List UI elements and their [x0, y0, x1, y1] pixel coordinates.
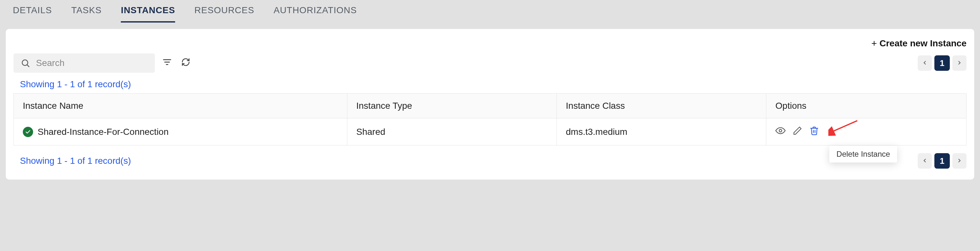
records-text-top: Showing 1 - 1 of 1 record(s) [20, 79, 967, 90]
delete-button[interactable]: Delete Instance [810, 126, 819, 138]
records-text-bottom: Showing 1 - 1 of 1 record(s) [20, 156, 131, 166]
col-instance-class: Instance Class [557, 94, 766, 118]
plus-icon: + [872, 38, 877, 49]
chevron-right-icon [956, 59, 963, 67]
cell-instance-type: Shared [347, 118, 557, 145]
pager-prev-bottom[interactable] [918, 153, 932, 169]
tab-authorizations[interactable]: AUTHORIZATIONS [274, 1, 356, 22]
search-icon [21, 58, 30, 68]
trash-icon [810, 126, 819, 138]
edit-button[interactable] [793, 126, 802, 138]
chevron-left-icon [922, 59, 928, 67]
svg-line-7 [832, 121, 857, 132]
col-options: Options [766, 94, 967, 118]
option-icons: Delete Instance [775, 126, 957, 138]
chevron-left-icon [922, 157, 928, 165]
cell-instance-class: dms.t3.medium [557, 118, 766, 145]
tabs-bar: DETAILS TASKS INSTANCES RESOURCES AUTHOR… [0, 0, 980, 22]
controls-row: 1 [13, 53, 967, 73]
cell-instance-name: Shared-Instance-For-Connection [14, 118, 347, 145]
col-instance-name: Instance Name [14, 94, 347, 118]
eye-icon [775, 126, 786, 138]
footer-row: Showing 1 - 1 of 1 record(s) 1 [13, 152, 967, 170]
annotation-arrow [828, 119, 861, 141]
pager-prev-top[interactable] [918, 55, 932, 71]
search-box[interactable] [13, 53, 155, 73]
create-new-instance-button[interactable]: + Create new Instance [872, 38, 967, 49]
svg-line-1 [27, 65, 29, 67]
tab-tasks[interactable]: TASKS [71, 1, 102, 22]
delete-tooltip: Delete Instance [829, 146, 897, 163]
tab-details[interactable]: DETAILS [13, 1, 52, 22]
tab-resources[interactable]: RESOURCES [194, 1, 254, 22]
create-row: + Create new Instance [13, 38, 967, 49]
controls-left [13, 53, 192, 73]
cell-options: Delete Instance [766, 118, 967, 145]
chevron-right-icon [956, 157, 963, 165]
table-row: Shared-Instance-For-Connection Shared dm… [14, 118, 967, 145]
refresh-icon [181, 58, 190, 69]
pager-page-1-bottom[interactable]: 1 [934, 153, 950, 169]
status-ok-icon [23, 127, 33, 137]
pager-next-top[interactable] [952, 55, 967, 71]
instance-name-text: Shared-Instance-For-Connection [38, 127, 169, 137]
tab-instances[interactable]: INSTANCES [121, 1, 175, 22]
pager-next-bottom[interactable] [952, 153, 967, 169]
pencil-icon [793, 126, 802, 138]
svg-point-5 [779, 129, 782, 132]
filter-button[interactable] [161, 57, 173, 69]
view-button[interactable] [775, 126, 786, 138]
create-new-instance-label: Create new Instance [880, 38, 967, 49]
refresh-button[interactable] [179, 57, 192, 69]
pager-bottom: 1 [918, 153, 967, 169]
filter-icon [162, 57, 172, 69]
pager-top: 1 [918, 55, 967, 71]
search-input[interactable] [36, 58, 151, 68]
instances-panel: + Create new Instance [6, 29, 974, 179]
instances-table: Instance Name Instance Type Instance Cla… [13, 93, 967, 145]
table-header-row: Instance Name Instance Type Instance Cla… [14, 94, 967, 118]
pager-page-1-top[interactable]: 1 [934, 55, 950, 71]
col-instance-type: Instance Type [347, 94, 557, 118]
